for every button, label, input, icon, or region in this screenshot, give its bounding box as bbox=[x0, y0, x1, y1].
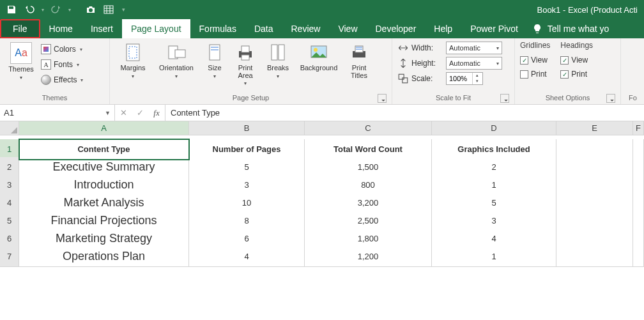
cell-A7[interactable]: Operations Plan bbox=[19, 247, 189, 267]
tab-insert[interactable]: Insert bbox=[82, 19, 122, 38]
svg-rect-8 bbox=[241, 55, 249, 60]
cell-E7[interactable] bbox=[556, 247, 633, 267]
formula-input[interactable]: Content Type bbox=[165, 105, 644, 121]
svg-rect-10 bbox=[279, 45, 284, 60]
tab-formulas[interactable]: Formulas bbox=[190, 19, 245, 38]
height-combo[interactable]: Automatic▾ bbox=[446, 57, 502, 70]
colors-button[interactable]: Colors▾ bbox=[41, 42, 83, 56]
svg-point-12 bbox=[314, 48, 318, 52]
page-setup-dialog-launcher[interactable] bbox=[378, 94, 387, 103]
worksheet-grid[interactable]: A B C D E F 1 Content Type Number of Pag… bbox=[0, 121, 644, 264]
tab-developer[interactable]: Developer bbox=[367, 19, 425, 38]
tab-page-layout[interactable]: Page Layout bbox=[122, 19, 190, 38]
cell-B7[interactable]: 4 bbox=[189, 247, 305, 267]
themes-icon: Aa bbox=[10, 42, 32, 64]
redo-more-icon[interactable]: ▾ bbox=[66, 2, 73, 17]
tab-help[interactable]: Help bbox=[425, 19, 461, 38]
headings-heading: Headings bbox=[560, 41, 593, 52]
tell-me-label: Tell me what yo bbox=[548, 24, 609, 34]
headings-view-checkbox[interactable]: ✓View bbox=[560, 54, 593, 66]
svg-rect-16 bbox=[402, 78, 408, 83]
group-label-scale: Scale to Fit bbox=[397, 93, 509, 103]
scale-down[interactable]: ▾ bbox=[473, 79, 481, 84]
tab-home[interactable]: Home bbox=[40, 19, 82, 38]
lightbulb-icon bbox=[532, 24, 542, 34]
svg-rect-7 bbox=[241, 46, 249, 52]
row-header-7[interactable]: 7 bbox=[0, 247, 19, 267]
margins-icon bbox=[123, 42, 143, 63]
breaks-button[interactable]: Breaks▾ bbox=[263, 41, 293, 80]
qat-customize-icon[interactable]: ▾ bbox=[119, 2, 128, 17]
group-label-page-setup: Page Setup bbox=[115, 93, 387, 103]
group-label-themes: Themes bbox=[5, 93, 104, 103]
svg-rect-0 bbox=[104, 6, 113, 13]
checkbox-empty-icon bbox=[520, 70, 528, 79]
colors-icon bbox=[41, 44, 51, 54]
effects-button[interactable]: Effects▾ bbox=[41, 73, 83, 87]
margins-button[interactable]: Margins▾ bbox=[115, 41, 151, 80]
fonts-icon: A bbox=[41, 59, 51, 70]
width-icon bbox=[397, 42, 409, 54]
sheet-options-dialog-launcher[interactable] bbox=[606, 94, 615, 103]
col-header-C[interactable]: C bbox=[305, 121, 432, 135]
group-label-sheet-options: Sheet Options bbox=[520, 93, 615, 103]
name-box[interactable]: A1▼ bbox=[0, 105, 115, 121]
fonts-button[interactable]: AFonts▾ bbox=[41, 57, 83, 72]
scale-icon bbox=[397, 73, 409, 84]
scale-dialog-launcher[interactable] bbox=[500, 94, 509, 103]
camera-icon[interactable] bbox=[83, 2, 98, 17]
ribbon-tabs: File Home Insert Page Layout Formulas Da… bbox=[0, 19, 644, 38]
tab-review[interactable]: Review bbox=[282, 19, 330, 38]
breaks-icon bbox=[268, 42, 288, 63]
group-scale-to-fit: Width: Automatic▾ Height: Automatic▾ Sca… bbox=[392, 38, 515, 104]
scale-up[interactable]: ▴ bbox=[473, 73, 481, 79]
arrange-partial-label: Fo bbox=[626, 93, 638, 103]
redo-icon[interactable] bbox=[49, 2, 64, 17]
print-titles-icon bbox=[349, 42, 369, 63]
tab-power-pivot[interactable]: Power Pivot bbox=[461, 19, 527, 38]
scale-spinner[interactable]: ▴▾ bbox=[446, 72, 483, 85]
cell-D7[interactable]: 1 bbox=[432, 247, 556, 267]
tell-me-search[interactable]: Tell me what yo bbox=[532, 19, 609, 38]
headings-print-checkbox[interactable]: ✓Print bbox=[560, 68, 593, 80]
table-icon[interactable] bbox=[101, 2, 116, 17]
svg-rect-15 bbox=[399, 74, 404, 79]
svg-rect-9 bbox=[272, 45, 277, 60]
height-label: Height: bbox=[411, 59, 443, 68]
cell-C7[interactable]: 1,200 bbox=[305, 247, 432, 267]
ribbon: Aa Themes▾ Colors▾ AFonts▾ Effects▾ Them… bbox=[0, 38, 644, 105]
col-header-E[interactable]: E bbox=[556, 121, 633, 135]
gridlines-view-checkbox[interactable]: ✓View bbox=[520, 54, 550, 66]
cancel-formula-icon[interactable]: ✕ bbox=[115, 105, 132, 121]
group-arrange-partial: Fo bbox=[621, 38, 643, 104]
col-header-D[interactable]: D bbox=[432, 121, 556, 135]
svg-rect-4 bbox=[175, 50, 185, 57]
select-all-corner[interactable] bbox=[0, 121, 19, 135]
cell-A1[interactable]: Content Type bbox=[19, 139, 189, 160]
formula-bar: A1▼ ✕ ✓ fx Content Type bbox=[0, 105, 644, 121]
tab-file[interactable]: File bbox=[0, 19, 40, 38]
col-header-F[interactable]: F bbox=[633, 121, 644, 135]
tab-view[interactable]: View bbox=[329, 19, 366, 38]
cell-F7[interactable] bbox=[633, 247, 644, 267]
scale-label: Scale: bbox=[411, 74, 443, 83]
orientation-button[interactable]: Orientation▾ bbox=[155, 41, 198, 80]
chevron-down-icon[interactable]: ▼ bbox=[105, 110, 111, 116]
width-combo[interactable]: Automatic▾ bbox=[446, 42, 502, 54]
print-area-button[interactable]: Print Area▾ bbox=[231, 41, 259, 86]
tab-data[interactable]: Data bbox=[245, 19, 282, 38]
gridlines-print-checkbox[interactable]: Print bbox=[520, 68, 550, 80]
themes-button[interactable]: Aa Themes▾ bbox=[5, 41, 37, 82]
print-titles-button[interactable]: Print Titles bbox=[345, 41, 373, 79]
save-icon[interactable] bbox=[4, 2, 19, 17]
fx-icon[interactable]: fx bbox=[148, 105, 165, 121]
col-header-A[interactable]: A bbox=[19, 121, 189, 135]
height-icon bbox=[397, 57, 409, 69]
col-header-B[interactable]: B bbox=[189, 121, 305, 135]
scale-input[interactable] bbox=[447, 73, 472, 84]
undo-more-icon[interactable]: ▾ bbox=[40, 2, 46, 17]
background-button[interactable]: Background bbox=[296, 41, 341, 72]
enter-formula-icon[interactable]: ✓ bbox=[132, 105, 148, 121]
size-button[interactable]: Size▾ bbox=[202, 41, 227, 80]
undo-icon[interactable] bbox=[22, 2, 37, 17]
